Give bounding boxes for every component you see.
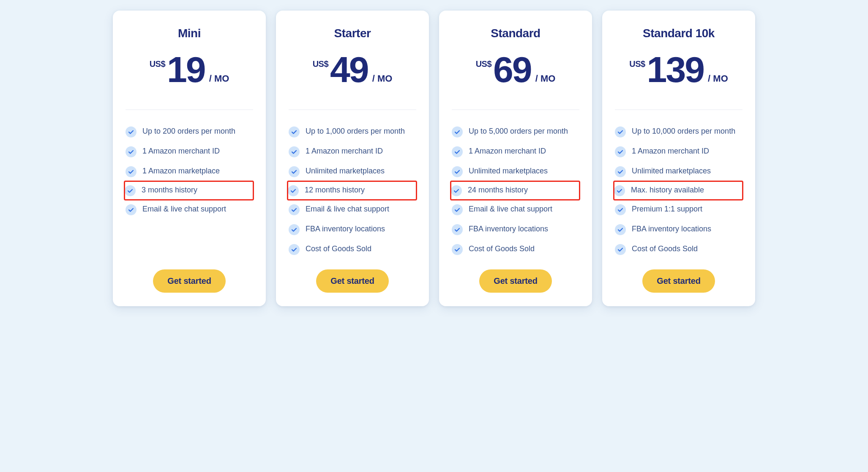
check-icon bbox=[615, 146, 626, 157]
get-started-button[interactable]: Get started bbox=[479, 269, 551, 293]
get-started-button[interactable]: Get started bbox=[642, 269, 715, 293]
check-icon bbox=[615, 244, 626, 255]
plan-name: Standard bbox=[452, 27, 579, 40]
plan-period: / MO bbox=[372, 73, 393, 84]
plan-period: / MO bbox=[708, 73, 728, 84]
feature-item: Cost of Goods Sold bbox=[452, 239, 579, 259]
feature-item-highlighted: 12 months history bbox=[288, 181, 416, 200]
feature-item: Email & live chat support bbox=[126, 200, 253, 220]
check-icon bbox=[126, 204, 136, 215]
feature-text: Premium 1:1 support bbox=[632, 204, 702, 214]
get-started-button[interactable]: Get started bbox=[316, 269, 388, 293]
feature-text: 1 Amazon merchant ID bbox=[469, 146, 546, 156]
feature-item-highlighted: Max. history available bbox=[614, 181, 742, 200]
feature-item: Up to 5,000 orders per month bbox=[452, 122, 579, 142]
feature-text: 1 Amazon merchant ID bbox=[306, 146, 383, 156]
check-icon bbox=[125, 185, 136, 196]
divider bbox=[126, 110, 253, 110]
feature-text: FBA inventory locations bbox=[306, 224, 385, 234]
plan-amount: 19 bbox=[167, 51, 205, 88]
check-icon bbox=[452, 204, 463, 215]
check-icon bbox=[615, 224, 626, 235]
check-icon bbox=[452, 224, 463, 235]
feature-item: 1 Amazon merchant ID bbox=[452, 142, 579, 162]
cta-wrap: Get started bbox=[452, 269, 579, 293]
cta-wrap: Get started bbox=[615, 269, 742, 293]
feature-item: Unlimited marketplaces bbox=[289, 162, 416, 181]
feature-text: Up to 10,000 orders per month bbox=[632, 126, 735, 136]
plan-amount: 49 bbox=[330, 51, 368, 88]
feature-item-highlighted: 3 months history bbox=[125, 181, 253, 200]
check-icon bbox=[289, 126, 300, 137]
feature-list: Up to 10,000 orders per month1 Amazon me… bbox=[615, 122, 742, 259]
check-icon bbox=[126, 146, 136, 157]
get-started-button[interactable]: Get started bbox=[153, 269, 225, 293]
feature-text: Up to 5,000 orders per month bbox=[469, 126, 568, 136]
feature-list: Up to 5,000 orders per month1 Amazon mer… bbox=[452, 122, 579, 259]
feature-text: Max. history available bbox=[631, 185, 704, 195]
cta-wrap: Get started bbox=[126, 269, 253, 293]
feature-text: Email & live chat support bbox=[142, 204, 226, 214]
feature-text: Unlimited marketplaces bbox=[306, 166, 385, 176]
feature-text: 3 months history bbox=[142, 185, 197, 195]
feature-item: FBA inventory locations bbox=[452, 220, 579, 239]
plan-name: Mini bbox=[126, 27, 253, 40]
plan-amount: 139 bbox=[647, 51, 704, 88]
feature-text: 12 months history bbox=[305, 185, 365, 195]
check-icon bbox=[452, 244, 463, 255]
plan-amount: 69 bbox=[493, 51, 531, 88]
divider bbox=[452, 110, 579, 110]
check-icon bbox=[452, 126, 463, 137]
feature-list: Up to 1,000 orders per month1 Amazon mer… bbox=[289, 122, 416, 259]
check-icon bbox=[126, 166, 136, 177]
plan-currency: US$ bbox=[629, 59, 645, 69]
feature-text: Unlimited marketplaces bbox=[632, 166, 711, 176]
plan-name: Starter bbox=[289, 27, 416, 40]
divider bbox=[615, 110, 742, 110]
feature-list: Up to 200 orders per month1 Amazon merch… bbox=[126, 122, 253, 259]
feature-text: 1 Amazon marketplace bbox=[142, 166, 220, 176]
plan-price: US$69/ MO bbox=[452, 51, 579, 88]
plan-period: / MO bbox=[535, 73, 556, 84]
cta-wrap: Get started bbox=[289, 269, 416, 293]
check-icon bbox=[289, 204, 300, 215]
plan-price: US$19/ MO bbox=[126, 51, 253, 88]
feature-item: 1 Amazon merchant ID bbox=[615, 142, 742, 162]
feature-text: 1 Amazon merchant ID bbox=[632, 146, 709, 156]
check-icon bbox=[615, 166, 626, 177]
check-icon bbox=[452, 166, 463, 177]
feature-text: Up to 200 orders per month bbox=[142, 126, 235, 136]
feature-item: Unlimited marketplaces bbox=[615, 162, 742, 181]
pricing-card: StarterUS$49/ MOUp to 1,000 orders per m… bbox=[276, 11, 429, 306]
feature-item: 1 Amazon marketplace bbox=[126, 162, 253, 181]
feature-text: 24 months history bbox=[468, 185, 528, 195]
feature-item: FBA inventory locations bbox=[615, 220, 742, 239]
plan-price: US$139/ MO bbox=[615, 51, 742, 88]
check-icon bbox=[614, 185, 625, 196]
feature-item: Unlimited marketplaces bbox=[452, 162, 579, 181]
feature-item: 1 Amazon merchant ID bbox=[289, 142, 416, 162]
feature-item: Cost of Goods Sold bbox=[289, 239, 416, 259]
plan-period: / MO bbox=[209, 73, 229, 84]
check-icon bbox=[288, 185, 299, 196]
feature-text: 1 Amazon merchant ID bbox=[142, 146, 220, 156]
pricing-card: MiniUS$19/ MOUp to 200 orders per month1… bbox=[113, 11, 266, 306]
check-icon bbox=[289, 166, 300, 177]
check-icon bbox=[615, 126, 626, 137]
divider bbox=[289, 110, 416, 110]
feature-text: Cost of Goods Sold bbox=[469, 244, 535, 254]
feature-text: Cost of Goods Sold bbox=[632, 244, 698, 254]
feature-item: FBA inventory locations bbox=[289, 220, 416, 239]
feature-text: FBA inventory locations bbox=[469, 224, 548, 234]
check-icon bbox=[289, 224, 300, 235]
feature-item: Up to 1,000 orders per month bbox=[289, 122, 416, 142]
feature-item: Premium 1:1 support bbox=[615, 200, 742, 220]
feature-item: Up to 200 orders per month bbox=[126, 122, 253, 142]
feature-text: Cost of Goods Sold bbox=[306, 244, 371, 254]
feature-text: FBA inventory locations bbox=[632, 224, 711, 234]
feature-text: Up to 1,000 orders per month bbox=[306, 126, 405, 136]
feature-item: 1 Amazon merchant ID bbox=[126, 142, 253, 162]
plan-currency: US$ bbox=[476, 59, 491, 69]
plan-currency: US$ bbox=[150, 59, 165, 69]
check-icon bbox=[615, 204, 626, 215]
